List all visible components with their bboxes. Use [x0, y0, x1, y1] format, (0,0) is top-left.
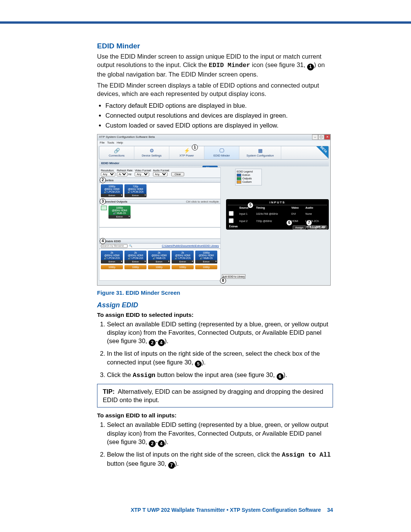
edid-tile-a1[interactable]: 2k@60Hz HDMI🔊 LPCM-2ChExtron: [101, 251, 123, 264]
code-edid-minder: EDID Minder: [209, 62, 250, 69]
search-icon[interactable]: 🔍: [129, 244, 132, 248]
minimize-icon[interactable]: –: [312, 134, 318, 140]
callout-4b-icon: 4: [158, 440, 165, 447]
edid-tile-a4[interactable]: 2k@50Hz HDMI🔊 LPCM-2ChExtron: [172, 251, 194, 264]
page-footer: XTP T UWP 202 Wallplate Transmitter • XT…: [97, 507, 333, 513]
ss-toolbar: 🔗Connections ⚙Device Settings ⚡XTP Power…: [99, 146, 329, 160]
edid-tile-a3[interactable]: 2k@60Hz HDMI🔊 Multi-ChExtron: [148, 251, 170, 264]
callout-2-icon: 2: [149, 339, 156, 346]
callout-2b-icon: 2: [149, 440, 156, 447]
ss-menubar[interactable]: File Tools Help: [97, 141, 330, 146]
edid-tile-a6[interactable]: 1080p: [101, 265, 123, 269]
bold-all: To assign EDID to all inputs:: [97, 412, 333, 419]
legend-swatch-extron: [237, 174, 241, 177]
subheading-assign-edid: Assign EDID: [97, 301, 333, 309]
ss-window-buttons: – ▢ ✕: [312, 134, 330, 140]
bullet-green: Connected output resolutions and devices…: [105, 111, 333, 120]
brand-label: Extron: [229, 225, 237, 228]
callout-5-icon: 5: [195, 361, 202, 367]
edid-tile-a10[interactable]: 1080p: [195, 265, 217, 269]
intro-paragraph-2: The EDID Minder screen displays a table …: [97, 81, 333, 98]
spacer: [99, 227, 221, 239]
table-row[interactable]: Input 11024x768 @60HzDVINone: [228, 210, 327, 217]
code-assign: Assign: [133, 372, 155, 379]
ss-window-title: XTP System Configuration Software Beta: [97, 134, 330, 141]
bullet-blue: Factory default EDID options are display…: [105, 101, 333, 110]
inputs-panel-title: INPUTS: [228, 201, 327, 205]
inputs-panel: INPUTS SourceTimingVideoAudio Input 1102…: [226, 199, 329, 230]
toolbar-connections[interactable]: 🔗Connections: [99, 146, 134, 159]
assign-button[interactable]: Assign: [293, 225, 306, 230]
available-edid-area: 2k@60Hz HDMI🔊 LPCM-2ChExtron 2k@60Hz HDM…: [99, 249, 221, 281]
audiofmt-select[interactable]: Any: [153, 172, 167, 176]
inputs-table: SourceTimingVideoAudio Input 11024x768 @…: [228, 205, 327, 225]
edid-tile-fav-2[interactable]: 720p@60Hz HDMI🔊 LPCM-2ChExtron: [124, 184, 147, 197]
edid-tile-a2[interactable]: 2k@60Hz HDMI🔊 LPCM-2chExtron: [124, 251, 147, 264]
list-item: In the list of inputs on the right side …: [107, 349, 333, 367]
list-item: Select an available EDID setting (repres…: [107, 320, 333, 347]
callout-6-icon: 6: [277, 373, 284, 380]
header-rule: [0, 21, 411, 24]
add-edid-button[interactable]: Add EDID to Library: [222, 274, 245, 279]
edid-tile-fav-1[interactable]: 1080p@60Hz HDMI🔊 LPCM-2ChExtron: [101, 184, 123, 197]
clear-button[interactable]: Clear: [171, 172, 184, 176]
search-input[interactable]: [101, 244, 127, 248]
connected-outputs-header: Connected OutputsCtrl click to select mu…: [99, 199, 221, 204]
toolbar-edid-minder[interactable]: 🖵EDID Minder: [204, 146, 239, 159]
callout-1-icon: 1: [307, 64, 314, 70]
page-content: EDID Minder Use the EDID Minder screen t…: [97, 42, 333, 473]
favorites-header: Favorites: [99, 178, 221, 182]
edid-tile-conn-1[interactable]: 1080p@60Hz HDMI🔊 Multi-ChExtron: [108, 206, 131, 219]
filter-row: Resolution:Any Refresh Rate:Any Hz Video…: [99, 167, 221, 178]
screenshot-edid-minder: XTP System Configuration Software Beta –…: [97, 134, 331, 286]
list-item: Select an available EDID setting (repres…: [107, 420, 333, 447]
legend-swatch-outputs: [237, 177, 241, 180]
toolbar-device-settings[interactable]: ⚙Device Settings: [134, 146, 169, 159]
callout-4-icon: 4: [158, 339, 165, 346]
monitor-icon[interactable]: [101, 206, 107, 210]
legend-swatch-custom: [237, 181, 241, 184]
list-item: Click the Assign button below the input …: [107, 371, 333, 380]
table-row[interactable]: Input 2720p @60HzHDMILPCM-2Ch: [228, 217, 327, 225]
videofmt-select[interactable]: Any: [135, 172, 149, 176]
intro-paragraph-1: Use the EDID Minder screen to assign uni…: [97, 53, 333, 78]
bullet-yellow: Custom loaded or saved EDID options are …: [105, 121, 333, 130]
bullets-colors: Factory default EDID options are display…: [105, 101, 333, 130]
connected-outputs-area: 1080p@60Hz HDMI🔊 Multi-ChExtron: [99, 204, 221, 227]
bold-selected: To assign EDID to selected inputs:: [97, 312, 333, 318]
ss-left-panel: Resolution:Any Refresh Rate:Any Hz Video…: [99, 167, 221, 284]
available-edid-header: Available EDID: [99, 239, 221, 243]
toolbar-xtp-power[interactable]: ⚡XTP Power: [169, 146, 204, 159]
list-item: Below the list of inputs on the right si…: [107, 450, 333, 469]
avail-search-row: 🔍 C:\Users\Public\Documents\Extron\EDID …: [99, 243, 221, 249]
callout-7-icon: 7: [168, 462, 175, 469]
code-assign-all: Assign to All: [282, 451, 331, 459]
input1-checkbox[interactable]: [229, 211, 234, 216]
model-label: XTP T UWP 202: [306, 225, 326, 228]
edid-tile-a8[interactable]: 1080p: [148, 265, 170, 269]
edid-library-link[interactable]: C:\Users\Public\Documents\Extron\EDID Li…: [162, 244, 219, 247]
resolution-select[interactable]: Any: [101, 172, 115, 176]
refresh-select[interactable]: Any: [117, 172, 127, 176]
input2-checkbox[interactable]: [229, 218, 234, 223]
steps-all: Select an available EDID setting (repres…: [97, 420, 333, 469]
edid-tile-a7[interactable]: 1080p: [124, 265, 147, 269]
edid-tile-a5[interactable]: 1080p@50Hz HDMI🔊 Multi-ChExtron: [195, 251, 217, 264]
maximize-icon[interactable]: ▢: [318, 134, 324, 140]
favorites-area: 1080p@60Hz HDMI🔊 LPCM-2ChExtron 720p@60H…: [99, 182, 221, 199]
edid-legend: EDID Legend Extron Outputs Custom: [235, 169, 262, 185]
edid-tile-a9[interactable]: 1080p: [172, 265, 194, 269]
tip-box: TIP: Alternatively, EDID can be assigned…: [97, 384, 333, 408]
steps-selected: Select an available EDID setting (repres…: [97, 320, 333, 380]
figure-caption: Figure 31. EDID Minder Screen: [97, 289, 333, 296]
toolbar-system-config[interactable]: ▦System Configuration: [239, 146, 281, 159]
section-heading-edid-minder: EDID Minder: [97, 42, 333, 50]
close-icon[interactable]: ✕: [324, 134, 330, 140]
